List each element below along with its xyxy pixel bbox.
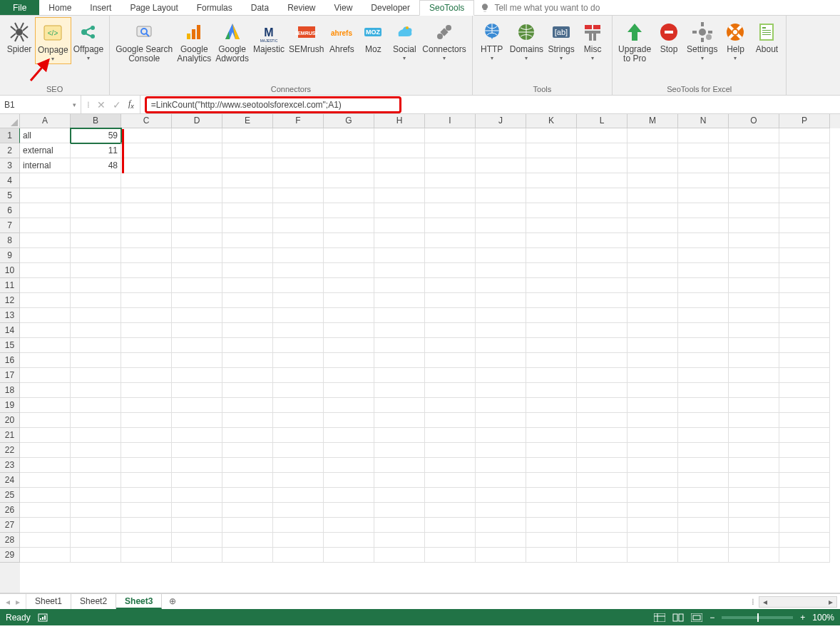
cell-E4[interactable] bbox=[222, 173, 273, 188]
cell-O19[interactable] bbox=[729, 398, 779, 413]
cell-O2[interactable] bbox=[729, 143, 779, 158]
cell-B16[interactable] bbox=[71, 353, 121, 368]
cell-C2[interactable] bbox=[121, 143, 172, 158]
cell-F23[interactable] bbox=[273, 458, 324, 473]
cell-L17[interactable] bbox=[577, 368, 628, 383]
cell-K20[interactable] bbox=[526, 413, 577, 428]
cell-E12[interactable] bbox=[222, 293, 273, 308]
cell-H16[interactable] bbox=[374, 353, 425, 368]
cell-I10[interactable] bbox=[425, 263, 476, 278]
cell-D21[interactable] bbox=[172, 428, 222, 443]
cell-N23[interactable] bbox=[678, 458, 729, 473]
cell-P13[interactable] bbox=[779, 308, 830, 323]
cell-L12[interactable] bbox=[577, 293, 628, 308]
tab-data[interactable]: Data bbox=[242, 0, 278, 15]
cell-K28[interactable] bbox=[526, 533, 577, 548]
row-header-17[interactable]: 17 bbox=[0, 368, 20, 383]
cell-N9[interactable] bbox=[678, 248, 729, 263]
cell-O13[interactable] bbox=[729, 308, 779, 323]
cell-L1[interactable] bbox=[577, 128, 628, 143]
cell-F9[interactable] bbox=[273, 248, 324, 263]
row-header-9[interactable]: 9 bbox=[0, 248, 20, 263]
cell-E23[interactable] bbox=[222, 458, 273, 473]
cell-E18[interactable] bbox=[222, 383, 273, 398]
cell-J29[interactable] bbox=[476, 548, 526, 563]
cell-J24[interactable] bbox=[476, 473, 526, 488]
cell-M19[interactable] bbox=[628, 398, 678, 413]
cell-O26[interactable] bbox=[729, 503, 779, 518]
row-header-21[interactable]: 21 bbox=[0, 428, 20, 443]
cell-B4[interactable] bbox=[71, 173, 121, 188]
cell-N6[interactable] bbox=[678, 203, 729, 218]
cell-B9[interactable] bbox=[71, 248, 121, 263]
cell-D12[interactable] bbox=[172, 293, 222, 308]
cell-G9[interactable] bbox=[324, 248, 374, 263]
row-header-15[interactable]: 15 bbox=[0, 338, 20, 353]
cell-O15[interactable] bbox=[729, 338, 779, 353]
cell-C4[interactable] bbox=[121, 173, 172, 188]
row-header-18[interactable]: 18 bbox=[0, 383, 20, 398]
cell-M3[interactable] bbox=[628, 158, 678, 173]
cell-N26[interactable] bbox=[678, 503, 729, 518]
view-page-layout-icon[interactable] bbox=[672, 613, 684, 622]
cell-K5[interactable] bbox=[526, 188, 577, 203]
cell-B5[interactable] bbox=[71, 188, 121, 203]
cell-D4[interactable] bbox=[172, 173, 222, 188]
cell-C11[interactable] bbox=[121, 278, 172, 293]
zoom-slider[interactable] bbox=[722, 616, 793, 619]
cell-I6[interactable] bbox=[425, 203, 476, 218]
cell-L2[interactable] bbox=[577, 143, 628, 158]
cell-O22[interactable] bbox=[729, 443, 779, 458]
cell-F6[interactable] bbox=[273, 203, 324, 218]
cell-F1[interactable] bbox=[273, 128, 324, 143]
cell-G12[interactable] bbox=[324, 293, 374, 308]
cell-N20[interactable] bbox=[678, 413, 729, 428]
cell-D23[interactable] bbox=[172, 458, 222, 473]
cell-F17[interactable] bbox=[273, 368, 324, 383]
cell-C14[interactable] bbox=[121, 323, 172, 338]
cell-E27[interactable] bbox=[222, 518, 273, 533]
cell-L18[interactable] bbox=[577, 383, 628, 398]
spreadsheet-grid[interactable]: ABCDEFGHIJKLMNOP 12345678910111213141516… bbox=[0, 114, 840, 593]
cell-L25[interactable] bbox=[577, 488, 628, 503]
cell-C8[interactable] bbox=[121, 233, 172, 248]
horizontal-scrollbar[interactable]: ◂ ▸ bbox=[759, 596, 837, 608]
cell-A7[interactable] bbox=[20, 218, 71, 233]
cell-A5[interactable] bbox=[20, 188, 71, 203]
cell-F10[interactable] bbox=[273, 263, 324, 278]
cell-B3[interactable]: 48 bbox=[71, 158, 121, 173]
cell-P1[interactable] bbox=[779, 128, 830, 143]
cell-C22[interactable] bbox=[121, 443, 172, 458]
cell-P5[interactable] bbox=[779, 188, 830, 203]
cell-L9[interactable] bbox=[577, 248, 628, 263]
scroll-left-icon[interactable]: ◂ bbox=[759, 597, 771, 607]
cell-F4[interactable] bbox=[273, 173, 324, 188]
cell-I22[interactable] bbox=[425, 443, 476, 458]
cell-E28[interactable] bbox=[222, 533, 273, 548]
cell-I14[interactable] bbox=[425, 323, 476, 338]
cell-K8[interactable] bbox=[526, 233, 577, 248]
cell-J23[interactable] bbox=[476, 458, 526, 473]
cell-L11[interactable] bbox=[577, 278, 628, 293]
cell-O25[interactable] bbox=[729, 488, 779, 503]
ribbon-gaw[interactable]: GoogleAdwords bbox=[213, 17, 251, 65]
cell-G6[interactable] bbox=[324, 203, 374, 218]
cell-D16[interactable] bbox=[172, 353, 222, 368]
ribbon-ga[interactable]: GoogleAnalytics bbox=[175, 17, 213, 65]
cell-G8[interactable] bbox=[324, 233, 374, 248]
cell-I7[interactable] bbox=[425, 218, 476, 233]
cell-O16[interactable] bbox=[729, 353, 779, 368]
cell-H28[interactable] bbox=[374, 533, 425, 548]
cell-C15[interactable] bbox=[121, 338, 172, 353]
cell-M6[interactable] bbox=[628, 203, 678, 218]
cell-G21[interactable] bbox=[324, 428, 374, 443]
cell-P16[interactable] bbox=[779, 353, 830, 368]
cell-D24[interactable] bbox=[172, 473, 222, 488]
row-header-6[interactable]: 6 bbox=[0, 203, 20, 218]
cell-D17[interactable] bbox=[172, 368, 222, 383]
cell-O24[interactable] bbox=[729, 473, 779, 488]
cell-H9[interactable] bbox=[374, 248, 425, 263]
cell-J8[interactable] bbox=[476, 233, 526, 248]
cell-F14[interactable] bbox=[273, 323, 324, 338]
cell-A8[interactable] bbox=[20, 233, 71, 248]
